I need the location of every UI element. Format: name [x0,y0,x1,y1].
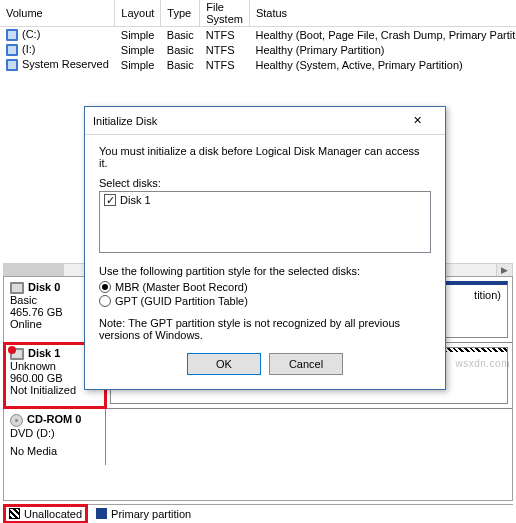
radio-icon [99,281,111,293]
table-row[interactable]: (I:) SimpleBasicNTFSHealthy (Primary Par… [0,42,516,57]
radio-mbr[interactable]: MBR (Master Boot Record) [99,281,431,293]
cancel-button[interactable]: Cancel [269,353,343,375]
col-status[interactable]: Status [249,0,516,27]
watermark: wsxdn.com [455,358,510,369]
partition-style-label: Use the following partition style for th… [99,265,431,277]
dialog-message: You must initialize a disk before Logica… [99,145,431,169]
close-button[interactable]: ✕ [413,111,437,131]
table-row[interactable]: (C:) SimpleBasicNTFSHealthy (Boot, Page … [0,27,516,43]
col-type[interactable]: Type [161,0,200,27]
drive-icon [6,44,18,56]
disk-row: CD-ROM 0 DVD (D:) No Media [4,409,512,465]
drive-icon [6,29,18,41]
disk-error-icon [10,348,24,360]
drive-icon [6,59,18,71]
checkbox[interactable]: ✓ [104,194,116,206]
initialize-disk-dialog: Initialize Disk ✕ You must initialize a … [84,106,446,390]
scroll-right-icon[interactable]: ▶ [496,264,512,276]
col-layout[interactable]: Layout [115,0,161,27]
scroll-thumb[interactable] [4,264,64,276]
list-item[interactable]: ✓ Disk 1 [102,194,428,206]
legend-primary: Primary partition [96,508,191,520]
close-icon: ✕ [413,114,437,127]
volume-table: Volume Layout Type File System Status C … [0,0,516,72]
disk-listbox[interactable]: ✓ Disk 1 [99,191,431,253]
dialog-title: Initialize Disk [93,115,413,127]
table-row[interactable]: System Reserved SimpleBasicNTFSHealthy (… [0,57,516,72]
cd-icon [10,414,23,427]
cdrom-body [106,409,512,465]
col-volume[interactable]: Volume [0,0,115,27]
legend-unallocated: Unallocated [7,508,84,520]
cdrom-header[interactable]: CD-ROM 0 DVD (D:) No Media [4,409,106,465]
swatch-primary-icon [96,508,107,519]
select-disks-label: Select disks: [99,177,431,189]
col-fs[interactable]: File System [200,0,250,27]
radio-icon [99,295,111,307]
gpt-note: Note: The GPT partition style is not rec… [99,317,431,341]
dialog-titlebar[interactable]: Initialize Disk ✕ [85,107,445,135]
radio-gpt[interactable]: GPT (GUID Partition Table) [99,295,431,307]
ok-button[interactable]: OK [187,353,261,375]
swatch-unallocated-icon [9,508,20,519]
legend: Unallocated Primary partition [3,504,513,522]
disk-icon [10,282,24,294]
